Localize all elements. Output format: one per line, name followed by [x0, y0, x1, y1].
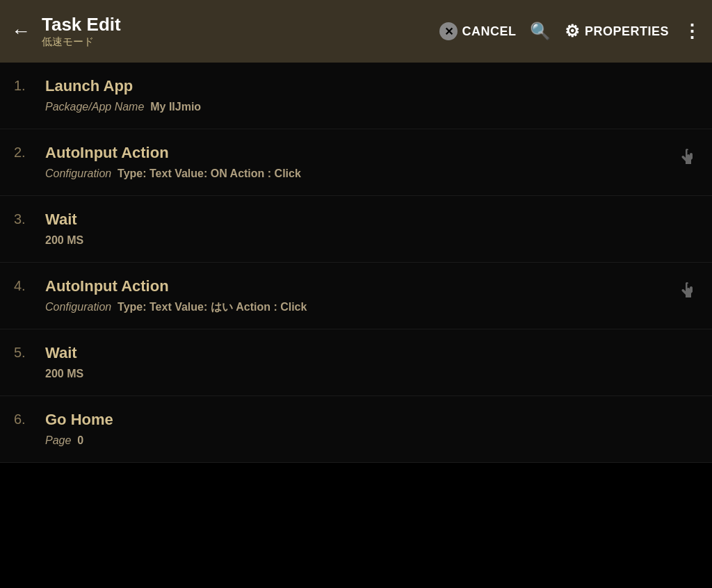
task-detail: Configuration Type: Text Value: はい Actio…	[45, 300, 676, 315]
gear-icon: ⚙	[565, 22, 581, 41]
task-item[interactable]: 6. Go Home Page 0	[0, 396, 712, 463]
cancel-button[interactable]: ✕ CANCEL	[439, 22, 516, 40]
task-item[interactable]: 3. Wait 200 MS	[0, 196, 712, 263]
task-name: AutoInput Action	[45, 277, 676, 297]
back-button[interactable]: ←	[11, 20, 31, 42]
header: ← Task Edit 低速モード ✕ CANCEL 🔍 ⚙ PROPERTIE…	[0, 0, 712, 63]
task-number: 1.	[14, 76, 45, 94]
task-number: 6.	[14, 410, 45, 427]
cancel-label: CANCEL	[462, 24, 516, 39]
task-item[interactable]: 4. AutoInput Action Configuration Type: …	[0, 263, 712, 329]
properties-label: PROPERTIES	[585, 24, 669, 39]
touch-icon	[676, 277, 698, 307]
header-left: ← Task Edit 低速モード	[11, 14, 121, 49]
task-name: Launch App	[45, 76, 698, 97]
task-name: Go Home	[45, 410, 698, 430]
task-content: AutoInput Action Configuration Type: Tex…	[45, 277, 676, 315]
cancel-icon: ✕	[439, 22, 458, 40]
page-title: Task Edit	[42, 14, 121, 35]
header-right: ✕ CANCEL 🔍 ⚙ PROPERTIES ⋮	[439, 21, 701, 42]
task-content: Launch App Package/App Name My IIJmio	[45, 76, 698, 115]
header-title-block: Task Edit 低速モード	[42, 14, 121, 49]
task-item[interactable]: 5. Wait 200 MS	[0, 329, 712, 396]
task-number: 4.	[14, 277, 45, 294]
task-detail: Page 0	[45, 433, 698, 448]
task-detail: Package/App Name My IIJmio	[45, 99, 698, 115]
task-number: 5.	[14, 343, 45, 361]
task-detail: Configuration Type: Text Value: ON Actio…	[45, 166, 676, 181]
task-item[interactable]: 2. AutoInput Action Configuration Type: …	[0, 129, 712, 196]
task-detail: 200 MS	[45, 366, 698, 382]
task-name: Wait	[45, 343, 698, 364]
task-number: 2.	[14, 143, 45, 161]
touch-icon	[676, 143, 698, 173]
properties-button[interactable]: ⚙ PROPERTIES	[565, 22, 669, 41]
task-detail: 200 MS	[45, 233, 698, 248]
task-list: 1. Launch App Package/App Name My IIJmio…	[0, 63, 712, 463]
task-name: Wait	[45, 210, 698, 230]
task-content: AutoInput Action Configuration Type: Tex…	[45, 143, 676, 181]
search-button[interactable]: 🔍	[530, 22, 551, 41]
task-name: AutoInput Action	[45, 143, 676, 163]
task-content: Wait 200 MS	[45, 343, 698, 382]
page-subtitle: 低速モード	[42, 35, 121, 49]
more-options-button[interactable]: ⋮	[683, 21, 701, 42]
task-number: 3.	[14, 210, 45, 227]
task-content: Wait 200 MS	[45, 210, 698, 248]
task-content: Go Home Page 0	[45, 410, 698, 448]
task-item[interactable]: 1. Launch App Package/App Name My IIJmio	[0, 63, 712, 129]
